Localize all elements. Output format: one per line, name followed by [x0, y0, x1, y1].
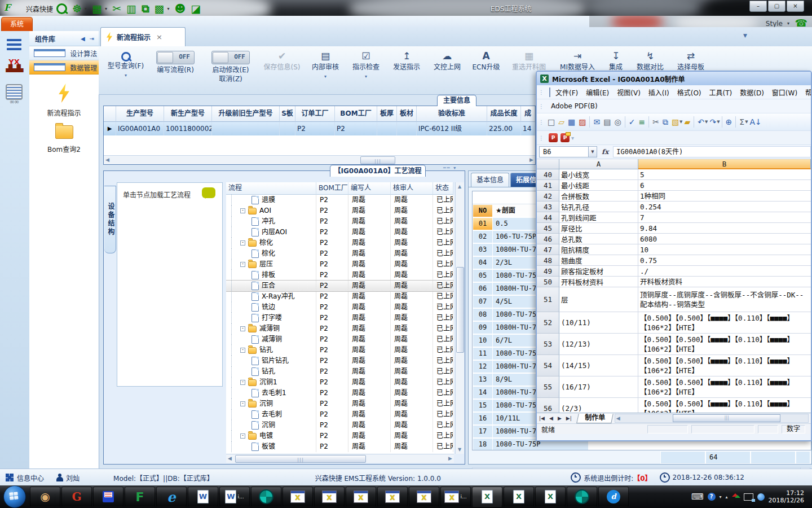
scroll-up-icon[interactable]: ▲: [456, 183, 463, 190]
flow-row-group[interactable]: -钻孔P2周磊周磊已上网: [226, 345, 454, 356]
table-cell[interactable]: IPC-6012 II级: [417, 122, 487, 135]
doc-control-upload-button[interactable]: ☁文控上网: [427, 46, 467, 72]
ecn-upgrade-button[interactable]: AECN升级: [467, 46, 505, 72]
column-header[interactable]: 订单工厂: [295, 106, 335, 122]
cell-a[interactable]: (16/17): [559, 376, 638, 398]
table-cell[interactable]: [377, 122, 397, 135]
column-header[interactable]: 成品长度: [487, 106, 521, 122]
column-header[interactable]: 板厚: [377, 106, 397, 122]
excel-menu-item[interactable]: 编辑(E): [582, 87, 613, 97]
taskbar-item-f-app[interactable]: F: [125, 487, 155, 507]
permission-icon[interactable]: ▨: [577, 115, 588, 129]
scrollbar-thumb[interactable]: [456, 267, 464, 353]
calculator-link-icon[interactable]: ∞∞: [2, 84, 27, 107]
life-ring-icon[interactable]: ☸: [72, 2, 82, 15]
taskbar-item-floppy[interactable]: [93, 487, 123, 507]
model-query-button[interactable]: 型号查询(F)▾: [103, 46, 148, 78]
cell-b[interactable]: 【0.500】【0.500】【■■■■】【0.110】【■■■■】【106*2】…: [638, 398, 811, 413]
scrollbar-thumb[interactable]: |||: [673, 414, 780, 422]
cell-name-box[interactable]: B6: [539, 146, 589, 157]
first-sheet-icon[interactable]: |◀: [537, 415, 547, 421]
horizontal-scrollbar[interactable]: ◀ ||| ▶: [104, 155, 535, 164]
column-header[interactable]: 核审人: [391, 182, 433, 195]
cell-a[interactable]: 钻孔孔径: [559, 202, 638, 212]
flow-row-step[interactable]: 打字喽P2周磊周磊已上网: [226, 313, 454, 323]
column-header[interactable]: 生产型号: [116, 106, 164, 122]
menu-icon[interactable]: [7, 39, 21, 50]
excel-menu-item[interactable]: 格式(O): [673, 87, 705, 97]
sidebar-item-design-algorithm[interactable]: 设计算法: [29, 46, 99, 60]
row-header[interactable]: 46: [537, 234, 559, 244]
excel-menu-item[interactable]: 帮: [801, 87, 811, 97]
table-cell[interactable]: 225.00: [487, 122, 521, 135]
pdf-convert-icon[interactable]: P: [549, 133, 558, 142]
last-sheet-icon[interactable]: ▶|: [564, 415, 574, 421]
collapse-expander-icon[interactable]: -: [240, 380, 245, 385]
excel-menu-item[interactable]: 工具(T): [705, 87, 736, 97]
table-cell[interactable]: [280, 122, 295, 135]
taskbar-item-xwin[interactable]: X: [283, 487, 313, 507]
toggle-switch[interactable]: OFF: [156, 51, 195, 64]
indicate-check-button[interactable]: ☑指示检查▾: [346, 46, 386, 79]
cell-a[interactable]: 总孔数: [559, 234, 638, 244]
tab-close-icon[interactable]: ×: [156, 33, 162, 41]
flow-row-step[interactable]: 去毛刺P2周磊周磊已上网: [226, 409, 454, 420]
column-header[interactable]: 成: [521, 106, 535, 122]
search-icon[interactable]: [56, 3, 67, 14]
style-label[interactable]: Style: [766, 20, 783, 28]
collapse-icon[interactable]: ◀: [81, 36, 85, 42]
cell-a[interactable]: 最小线距: [559, 180, 638, 191]
row-header[interactable]: 53: [537, 334, 559, 355]
sidebar-item-data-management[interactable]: 数据管理: [29, 60, 99, 75]
collapse-expander-icon[interactable]: -: [240, 326, 245, 331]
cell-b[interactable]: 6: [638, 180, 811, 191]
taskbar-item-xwin[interactable]: X: [346, 487, 376, 507]
taskbar-item-xldoc[interactable]: X: [472, 487, 502, 507]
row-header[interactable]: 44: [537, 212, 559, 223]
table-cell[interactable]: [212, 122, 280, 135]
cell-b[interactable]: 0.75: [638, 255, 811, 266]
cell-a[interactable]: 层: [559, 287, 638, 312]
save-info-button[interactable]: ✔保存信息(S): [259, 46, 305, 72]
excel-menu-item[interactable]: 视图(V): [613, 87, 645, 97]
row-header[interactable]: 42: [537, 191, 559, 202]
close-button[interactable]: ×: [787, 1, 804, 12]
flow-row-step[interactable]: 排板P2周磊周磊已上网: [226, 270, 454, 281]
hyperlink-icon[interactable]: ⊕: [724, 115, 734, 129]
minimize-button[interactable]: –: [749, 1, 767, 12]
scrollbar-thumb[interactable]: |||: [235, 455, 366, 463]
column-header-A[interactable]: A: [559, 159, 638, 169]
keyboard-icon[interactable]: ⌨: [691, 492, 704, 502]
cell-b[interactable]: 顶铜厚度--底铜厚度--含铜板厚--不含铜厚--DK--配本结构--铜箔类型: [638, 287, 811, 312]
tool-new-flow-indicator[interactable]: 新流程指示: [29, 84, 99, 117]
cell-b[interactable]: 【0.500】【0.500】【■■■■】【0.110】【■■■■】【106*2】…: [638, 376, 811, 398]
spelling-icon[interactable]: ✓: [627, 115, 637, 129]
taskbar-item-word[interactable]: W: [188, 487, 218, 507]
column-header[interactable]: 板材: [397, 106, 417, 122]
scroll-right-icon[interactable]: ▶: [448, 455, 452, 462]
system-tab[interactable]: 系统: [1, 17, 33, 32]
column-header[interactable]: BOM工厂: [335, 106, 377, 122]
taskbar-item-shell[interactable]: ◉: [30, 487, 60, 507]
flow-row-step[interactable]: 沉铜P2周磊周磊已上网: [226, 420, 454, 431]
scrollbar-thumb[interactable]: |||: [360, 156, 395, 164]
taskbar-item-compass[interactable]: [251, 487, 281, 507]
dock-icon[interactable]: ⇥: [90, 36, 94, 42]
taskbar-item-xwin[interactable]: X: [377, 487, 408, 507]
style-dropdown-caret-icon[interactable]: ▾: [787, 21, 789, 26]
menu-adobe-pdf[interactable]: Adobe PDF(B): [547, 102, 602, 110]
print-preview-icon[interactable]: ◎: [612, 115, 623, 129]
row-header[interactable]: 43: [537, 202, 559, 212]
cell-a[interactable]: 厚径比: [559, 223, 638, 234]
flow-row-group[interactable]: -层压P2周磊周磊已上网: [226, 259, 454, 270]
cell-b[interactable]: 开料板材资料: [638, 277, 811, 287]
cell-b[interactable]: 0.254: [638, 202, 811, 212]
flow-row-group[interactable]: -减薄铜P2周磊周磊已上网: [226, 323, 454, 334]
tax-app-icon[interactable]: [732, 493, 740, 500]
scroll-left-icon[interactable]: ◀: [228, 455, 232, 462]
next-sheet-icon[interactable]: ▶: [555, 415, 564, 421]
device-tree-area[interactable]: 单击节点加载工艺流程: [117, 182, 223, 387]
cell-b[interactable]: 10: [638, 244, 811, 255]
internal-audit-button[interactable]: ▤内部审核▾: [305, 46, 346, 79]
excel-menu-item[interactable]: 数据(D): [736, 87, 768, 97]
